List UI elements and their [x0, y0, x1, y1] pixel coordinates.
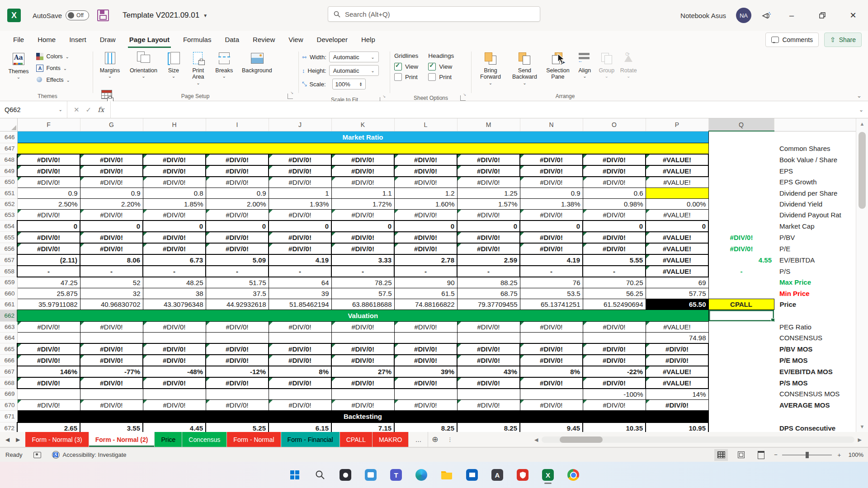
column-header-labels[interactable]	[774, 118, 856, 131]
cell-K650[interactable]: #DIV/0!	[331, 177, 394, 188]
normal-view-button[interactable]	[714, 449, 728, 461]
align-button[interactable]: Align⌄	[575, 48, 594, 79]
cell-I654[interactable]: 0	[206, 221, 269, 232]
sheet-options-dialog-launcher[interactable]	[460, 95, 466, 101]
row-header-666[interactable]: 666	[0, 355, 17, 366]
cell-M648[interactable]: #DIV/0!	[457, 154, 520, 165]
row-label-660[interactable]: Min Price	[774, 288, 856, 299]
themes-button[interactable]: Aa Themes ⌄	[5, 49, 33, 80]
cell-Q650[interactable]	[708, 177, 774, 188]
cell-F668[interactable]: #DIV/0!	[17, 377, 80, 389]
cell-P668[interactable]: #VALUE!	[646, 377, 708, 389]
page-break-view-button[interactable]	[754, 449, 768, 461]
gridlines-view-checkbox[interactable]: View	[394, 63, 418, 70]
cell-K670[interactable]: #DIV/0!	[331, 399, 394, 410]
cell-M658[interactable]: -	[457, 266, 520, 277]
cell-P656[interactable]: #VALUE!	[646, 243, 708, 254]
row-header-648[interactable]: 648	[0, 154, 17, 165]
cell-K665[interactable]: #DIV/0!	[331, 343, 394, 355]
row-header-650[interactable]: 650	[0, 177, 17, 188]
cell-L658[interactable]: -	[394, 266, 457, 277]
cell-F665[interactable]: #DIV/0!	[17, 343, 80, 355]
cell-G661[interactable]: 40.96830702	[80, 299, 143, 310]
column-header-M[interactable]: M	[457, 118, 520, 131]
cell-N654[interactable]: 0	[520, 221, 583, 232]
row-label-672[interactable]: DPS Consecutive	[774, 422, 856, 432]
cell-H666[interactable]: #DIV/0!	[143, 355, 206, 366]
cell-O650[interactable]: #DIV/0!	[583, 177, 646, 188]
cell-L648[interactable]: #DIV/0!	[394, 154, 457, 165]
cell-M663[interactable]: #DIV/0!	[457, 321, 520, 332]
row-label-668[interactable]: P/S MOS	[774, 377, 856, 389]
cell-I652[interactable]: 2.00%	[206, 198, 269, 209]
cell-M667[interactable]: 43%	[457, 366, 520, 377]
cell-F660[interactable]: 25.875	[17, 288, 80, 299]
cell-G663[interactable]: #DIV/0!	[80, 321, 143, 332]
row-header-652[interactable]: 652	[0, 198, 17, 209]
print-area-button[interactable]: Print Area⌄	[186, 48, 210, 85]
cell-J650[interactable]: #DIV/0!	[269, 177, 331, 188]
cell-G664[interactable]	[80, 332, 143, 343]
row-header-672[interactable]: 672	[0, 422, 17, 432]
sheet-tab-form-normal-2-[interactable]: Form - Normal (2)	[89, 432, 155, 447]
document-title[interactable]: Template V2021.09.01 ▼	[123, 11, 208, 20]
sheet-tab-form-normal[interactable]: Form - Normal	[227, 432, 281, 447]
cell-O663[interactable]: #DIV/0!	[583, 321, 646, 332]
search-taskbar-icon[interactable]	[311, 465, 329, 485]
cell-I655[interactable]: #DIV/0!	[206, 232, 269, 243]
cell-P660[interactable]: 57.75	[646, 288, 708, 299]
cell-K664[interactable]	[331, 332, 394, 343]
cell-J665[interactable]: #DIV/0!	[269, 343, 331, 355]
cell-I658[interactable]: -	[206, 266, 269, 277]
cell-H651[interactable]: 0.8	[143, 188, 206, 198]
cell-J652[interactable]: 1.93%	[269, 198, 331, 209]
cell-O655[interactable]: #DIV/0!	[583, 232, 646, 243]
teams-taskbar-icon[interactable]: T	[387, 465, 405, 485]
cell-M650[interactable]: #DIV/0!	[457, 177, 520, 188]
cell-H652[interactable]: 1.85%	[143, 198, 206, 209]
cell-N657[interactable]: 4.19	[520, 254, 583, 266]
cell-P650[interactable]: #VALUE!	[646, 177, 708, 188]
cell-O649[interactable]: #DIV/0!	[583, 165, 646, 177]
cell-K649[interactable]: #DIV/0!	[331, 165, 394, 177]
cell-G658[interactable]: -	[80, 266, 143, 277]
background-button[interactable]: Background	[238, 48, 276, 74]
cell-J667[interactable]: 8%	[269, 366, 331, 377]
cell-G655[interactable]: #DIV/0!	[80, 232, 143, 243]
cell-J663[interactable]: #DIV/0!	[269, 321, 331, 332]
column-header-G[interactable]: G	[80, 118, 143, 131]
row-header-669[interactable]: 669	[0, 389, 17, 400]
cell-G657[interactable]: 8.06	[80, 254, 143, 266]
cell-O652[interactable]: 0.98%	[583, 198, 646, 209]
sheet-tab-makro[interactable]: MAKRO	[373, 432, 409, 447]
cell-I648[interactable]: #DIV/0!	[206, 154, 269, 165]
cell-Q657[interactable]: 4.55	[708, 254, 774, 266]
cell-J651[interactable]: 1	[269, 188, 331, 198]
cell-F659[interactable]: 47.25	[17, 277, 80, 288]
row-header-646[interactable]: 646	[0, 131, 17, 143]
sheet-tab-cpall[interactable]: CPALL	[340, 432, 373, 447]
cell-L672[interactable]: 8.25	[394, 422, 457, 432]
cell-Q664[interactable]	[708, 332, 774, 343]
cell-N653[interactable]: #DIV/0!	[520, 209, 583, 221]
cell-N670[interactable]: #DIV/0!	[520, 399, 583, 410]
row-header-671[interactable]: 671	[0, 410, 17, 422]
cell-N651[interactable]: 0.9	[520, 188, 583, 198]
row-header-653[interactable]: 653	[0, 209, 17, 221]
cell-I657[interactable]: 5.09	[206, 254, 269, 266]
cell-L649[interactable]: #DIV/0!	[394, 165, 457, 177]
cell-K659[interactable]: 78.25	[331, 277, 394, 288]
security-taskbar-icon[interactable]	[514, 465, 532, 485]
cell-K668[interactable]: #DIV/0!	[331, 377, 394, 389]
row-header-664[interactable]: 664	[0, 332, 17, 343]
cell-F663[interactable]: #DIV/0!	[17, 321, 80, 332]
store-taskbar-icon[interactable]	[463, 465, 481, 485]
scroll-up-arrow[interactable]: ▲	[856, 118, 868, 129]
cell-H664[interactable]	[143, 332, 206, 343]
section-banner-662[interactable]: Valuation	[17, 310, 708, 321]
macro-record-button[interactable]	[28, 452, 47, 458]
cell-Q672[interactable]	[708, 422, 774, 432]
row-header-649[interactable]: 649	[0, 165, 17, 177]
scale-input[interactable]: 100%▲▼	[332, 79, 366, 89]
cell-I663[interactable]: #DIV/0!	[206, 321, 269, 332]
